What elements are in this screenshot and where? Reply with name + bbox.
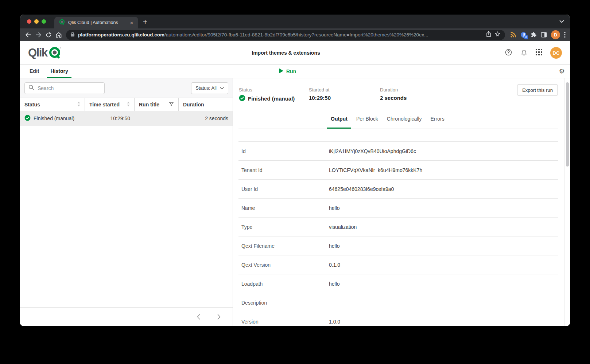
tab-title: Qlik Cloud | Automations xyxy=(68,20,125,25)
search-field[interactable] xyxy=(38,85,101,91)
run-detail-panel: Status Finished (manual) Started at 10:2… xyxy=(233,78,570,326)
play-icon xyxy=(279,69,283,74)
extension-area: 6 D xyxy=(507,30,567,39)
summary-duration-value: 2 seconds xyxy=(380,95,407,101)
close-window-button[interactable] xyxy=(27,19,31,24)
previous-page-icon[interactable] xyxy=(194,313,202,321)
app-header: Qlik Import themes & extensions DC xyxy=(20,41,570,65)
side-panel-icon[interactable] xyxy=(541,32,547,38)
column-header-run-title[interactable]: Run title xyxy=(135,98,179,111)
success-check-icon xyxy=(239,95,245,102)
scrollbar-track xyxy=(564,78,570,326)
tab-history[interactable]: History xyxy=(47,65,71,78)
tab-chronologically[interactable]: Chronologically xyxy=(383,110,426,129)
run-time-cell: 10:29:50 xyxy=(85,111,135,126)
tab-errors[interactable]: Errors xyxy=(427,110,448,129)
window-controls xyxy=(20,19,51,24)
app-launcher-waffle-icon[interactable] xyxy=(536,49,542,57)
extension-badge: 6 xyxy=(524,35,528,39)
tab-per-block[interactable]: Per Block xyxy=(353,110,382,129)
search-icon xyxy=(28,85,34,92)
qlik-logo[interactable]: Qlik xyxy=(28,45,62,60)
sort-icon xyxy=(127,102,130,107)
field-label: Qext Filename xyxy=(238,243,329,249)
column-label: Duration xyxy=(183,102,204,107)
column-label: Time started xyxy=(89,102,120,107)
next-page-icon[interactable] xyxy=(215,313,223,321)
field-row-loadpath: Loadpath hello xyxy=(238,274,558,293)
column-header-status[interactable]: Status xyxy=(20,98,85,111)
field-label: Type xyxy=(238,224,329,230)
export-run-button[interactable]: Export this run xyxy=(517,85,558,95)
share-icon[interactable] xyxy=(486,31,491,39)
field-label: User Id xyxy=(238,186,329,192)
field-row-qext-version: Qext Version 0.1.0 xyxy=(238,255,558,274)
tab-output[interactable]: Output xyxy=(327,110,351,129)
shield-extension-icon[interactable]: 6 xyxy=(520,32,527,38)
field-value: hello xyxy=(329,205,340,211)
rss-extension-icon[interactable] xyxy=(510,32,516,38)
maximize-window-button[interactable] xyxy=(42,19,46,24)
automation-action-bar: Edit History Run ⚙ xyxy=(20,65,570,78)
summary-started-value: 10:29:50 xyxy=(309,95,380,101)
browser-profile-avatar[interactable]: D xyxy=(551,30,560,39)
run-history-panel: Status: All Status Time started xyxy=(20,78,233,326)
detail-tabs: Output Per Block Chronologically Errors xyxy=(238,110,558,129)
summary-status: Status Finished (manual) xyxy=(239,87,309,110)
bookmark-star-icon[interactable] xyxy=(494,31,501,39)
url-domain: platformoperations.eu.qlikcloud.com xyxy=(78,32,164,38)
reload-icon[interactable] xyxy=(43,30,54,40)
column-label: Run title xyxy=(139,102,159,107)
run-button[interactable]: Run xyxy=(279,65,296,78)
qlik-logo-q-icon xyxy=(49,45,62,60)
search-input[interactable] xyxy=(24,82,105,94)
summary-duration-label: Duration xyxy=(380,87,407,93)
header-icons: DC xyxy=(505,47,562,59)
tab-edit[interactable]: Edit xyxy=(26,65,42,78)
run-duration-cell: 2 seconds xyxy=(179,111,233,126)
url-text: platformoperations.eu.qlikcloud.com/auto… xyxy=(78,32,483,38)
extensions-puzzle-icon[interactable] xyxy=(531,32,537,38)
field-row-type: Type visualization xyxy=(238,217,558,236)
field-row-qext-filename: Qext Filename hello xyxy=(238,236,558,255)
field-label: Name xyxy=(238,205,329,211)
history-table-header: Status Time started Run title xyxy=(20,98,233,111)
url-path: /automations/editor/905f2f70-fba6-11ed-8… xyxy=(164,32,428,38)
help-icon[interactable] xyxy=(505,48,512,58)
filter-funnel-icon[interactable] xyxy=(169,101,174,107)
field-label: Version xyxy=(238,319,329,325)
browser-menu-icon[interactable] xyxy=(564,32,566,38)
address-bar[interactable]: platformoperations.eu.qlikcloud.com/auto… xyxy=(66,30,505,40)
forward-icon[interactable] xyxy=(33,30,43,40)
field-value: hello xyxy=(329,243,340,249)
home-icon[interactable] xyxy=(54,30,64,40)
run-status-text: Finished (manual) xyxy=(34,116,74,121)
summary-started: Started at 10:29:50 xyxy=(309,87,380,110)
tab-close-icon[interactable]: × xyxy=(129,20,135,26)
page-title: Import themes & extensions xyxy=(252,50,320,56)
field-value: 1.0.0 xyxy=(329,319,340,325)
status-filter-dropdown[interactable]: Status: All xyxy=(191,82,228,94)
tab-search-chevron-icon[interactable] xyxy=(559,20,564,23)
column-header-time-started[interactable]: Time started xyxy=(85,98,135,111)
summary-status-value: Finished (manual) xyxy=(248,95,295,102)
summary-status-label: Status xyxy=(239,87,309,93)
summary-started-label: Started at xyxy=(309,87,380,93)
minimize-window-button[interactable] xyxy=(34,19,39,24)
new-tab-button[interactable]: + xyxy=(143,18,147,26)
browser-tab[interactable]: Qlik Cloud | Automations × xyxy=(54,17,138,28)
field-value: visualization xyxy=(329,224,357,230)
back-icon[interactable] xyxy=(23,30,33,40)
notifications-bell-icon[interactable] xyxy=(520,48,528,58)
field-value: 64625e0460283f6e9cefa9a0 xyxy=(329,186,394,192)
field-label: Loadpath xyxy=(238,281,329,287)
history-table-row[interactable]: Finished (manual) 10:29:50 2 seconds xyxy=(20,111,233,126)
scrollbar-thumb[interactable] xyxy=(566,82,569,167)
field-row-version: Version 1.0.0 xyxy=(238,312,558,326)
pagination-footer xyxy=(20,307,233,326)
column-header-duration[interactable]: Duration xyxy=(179,98,233,111)
run-status-cell: Finished (manual) xyxy=(20,111,85,126)
settings-gear-icon[interactable]: ⚙ xyxy=(559,65,565,78)
summary-duration: Duration 2 seconds xyxy=(380,87,407,110)
user-avatar[interactable]: DC xyxy=(550,47,562,59)
